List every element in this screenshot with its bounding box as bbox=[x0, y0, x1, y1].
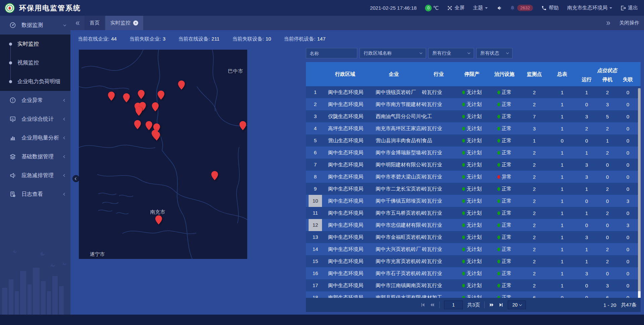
cell-row-number: 16 bbox=[306, 267, 325, 279]
table-row[interactable]: 6阆中生态环境局阆中市金博瑞新型墙材砖瓦行业无计划正常21120 bbox=[306, 147, 641, 159]
industry-filter-select[interactable]: 所有行业 bbox=[428, 48, 474, 58]
next-page-button[interactable] bbox=[489, 303, 494, 307]
tabs-scroll-right-icon[interactable] bbox=[606, 20, 611, 26]
cell-industry: 砖瓦行业 bbox=[422, 174, 455, 180]
table-row[interactable]: 14阆中生态环境局阆中大兴页岩机砖厂砖瓦行业无计划正常21120 bbox=[306, 243, 641, 255]
bullet-dot-icon bbox=[9, 43, 12, 46]
chevron-down-icon bbox=[519, 303, 522, 306]
previous-page-button[interactable] bbox=[430, 303, 435, 307]
map-pin-icon[interactable] bbox=[158, 91, 164, 100]
sidebar-subitem[interactable]: 实时监控 bbox=[0, 35, 70, 53]
cell-industry: 建材加工 bbox=[422, 294, 455, 298]
table-scrollbar[interactable] bbox=[638, 88, 641, 312]
table-row[interactable]: 18南部生态环境局南部县双佳水泥有限公建材加工无计划正常60060 bbox=[306, 291, 641, 298]
map-pin-icon[interactable] bbox=[108, 92, 115, 101]
sidebar-item[interactable]: 企业异常 bbox=[0, 91, 70, 110]
cell-monitor-count: 2 bbox=[521, 150, 548, 156]
map-pin-icon[interactable] bbox=[239, 121, 246, 130]
tab-home[interactable]: 首页 bbox=[85, 16, 105, 30]
scrollbar-thumb[interactable] bbox=[638, 88, 641, 291]
cell-lost-count: 0 bbox=[618, 271, 638, 276]
cell-industry: 砖瓦行业 bbox=[422, 162, 455, 168]
theme-dropdown[interactable]: 主题 bbox=[473, 5, 488, 11]
log-icon bbox=[9, 191, 16, 198]
pager-divider bbox=[439, 302, 440, 308]
map-pin-icon[interactable] bbox=[155, 215, 162, 224]
map-pin-icon[interactable] bbox=[138, 90, 145, 99]
cell-facility-status: 异常 bbox=[488, 174, 521, 180]
page-number-input[interactable] bbox=[444, 301, 463, 309]
map-pin-icon[interactable] bbox=[153, 131, 160, 141]
chevron-left-icon bbox=[63, 155, 66, 158]
cell-run-count: 0 bbox=[576, 138, 597, 144]
sidebar-item[interactable]: 基础数据管理 bbox=[0, 147, 70, 166]
cell-row-number: 14 bbox=[306, 243, 325, 255]
cell-limit-status: 无计划 bbox=[455, 89, 488, 96]
cell-run-count: 1 bbox=[576, 210, 597, 216]
close-operations-button[interactable]: 关闭操作 bbox=[619, 20, 639, 26]
map-pin-icon[interactable] bbox=[211, 171, 218, 180]
cell-limit-status-label: 无计划 bbox=[467, 294, 482, 298]
row-number-badge: 12 bbox=[309, 219, 322, 231]
cell-company: 阆中市金福旺页岩机砖 bbox=[366, 234, 422, 240]
map-pin-icon[interactable] bbox=[123, 93, 130, 102]
table-row[interactable]: 2阆中生态环境局阆中市南方节能建材有砖瓦行业无计划正常21030 bbox=[306, 98, 641, 110]
map[interactable]: 巴中市南充市遂宁市 bbox=[79, 50, 247, 259]
notification-badge: 2632 bbox=[517, 5, 533, 11]
table-row[interactable]: 16阆中生态环境局阆中市石子页岩机砖厂砖瓦行业无计划正常21300 bbox=[306, 267, 641, 279]
sidebar-item[interactable]: 企业综合统计 bbox=[0, 110, 70, 128]
map-pin-icon[interactable] bbox=[152, 102, 159, 111]
fullscreen-button[interactable]: 全屏 bbox=[447, 5, 465, 11]
table-row[interactable]: 9阆中生态环境局阆中市二龙长宝页岩砖砖瓦行业无计划正常21120 bbox=[306, 183, 641, 195]
table-row[interactable]: 5营山生态环境局营山县润丰肉食品有限食品无计划正常10010 bbox=[306, 134, 641, 147]
sidebar-item[interactable]: 企业用电量分析 bbox=[0, 128, 70, 147]
table-row[interactable]: 8阆中生态环境局阆中市枣碧大梁山页岩砖瓦行业无计划异常21300 bbox=[306, 171, 641, 183]
cell-facility-status: 正常 bbox=[488, 234, 521, 240]
tab-realtime-monitor[interactable]: 实时监控 × bbox=[105, 16, 143, 30]
map-pin-icon[interactable] bbox=[134, 120, 141, 129]
first-page-button[interactable] bbox=[421, 303, 425, 307]
close-tab-icon[interactable]: × bbox=[133, 20, 138, 25]
map-pin-icon[interactable] bbox=[178, 80, 185, 90]
stat-item: 当前在线设备:211 bbox=[178, 36, 219, 42]
row-number-badge: 18 bbox=[309, 291, 322, 298]
map-pin-icon[interactable] bbox=[146, 121, 152, 130]
status-filter-select[interactable]: 所有状态 bbox=[476, 48, 513, 58]
org-dropdown[interactable]: 南充市生态环境局 bbox=[567, 5, 612, 11]
tabs-scroll-left-icon[interactable] bbox=[70, 16, 85, 30]
sidebar-item[interactable]: 数据监测 bbox=[0, 16, 70, 35]
table-row[interactable]: 13阆中生态环境局阆中市金福旺页岩机砖砖瓦行业无计划正常21300 bbox=[306, 231, 641, 243]
table-row[interactable]: 4高坪生态环境局南充市高坪区王家店建砖瓦行业无计划正常31220 bbox=[306, 122, 641, 134]
cell-run-count: 1 bbox=[576, 247, 597, 252]
sidebar-item[interactable]: 应急减排管理 bbox=[0, 166, 70, 185]
table-row[interactable]: 12阆中生态环境局阆中市忠信建材有限公砖瓦行业无计划正常21003 bbox=[306, 219, 641, 231]
region-filter-select[interactable]: 行政区域名称 bbox=[360, 48, 426, 58]
cell-industry: 砖瓦行业 bbox=[422, 101, 455, 108]
table-row[interactable]: 7阆中生态环境局阆中明阳建材有限公司砖瓦行业无计划正常21300 bbox=[306, 159, 641, 171]
table-row[interactable]: 11阆中生态环境局阆中市五马桥页岩机砖砖瓦行业无计划正常21120 bbox=[306, 207, 641, 219]
notifications[interactable]: 2632 bbox=[510, 5, 533, 11]
speaker-icon[interactable] bbox=[496, 5, 501, 11]
table-row[interactable]: 17阆中生态环境局阆中市江南镇阆南页岩砖瓦行业无计划正常21030 bbox=[306, 279, 641, 291]
cell-limit-status-label: 无计划 bbox=[467, 138, 482, 144]
page-size-select[interactable]: 20 bbox=[508, 301, 526, 309]
cell-facility-status: 正常 bbox=[488, 113, 521, 120]
map-pin-icon[interactable] bbox=[136, 107, 142, 116]
table-row[interactable]: 15阆中生态环境局阆中市光富页岩机砖厂砖瓦行业无计划正常21120 bbox=[306, 255, 641, 267]
logout-button[interactable]: 退出 bbox=[621, 5, 638, 11]
sidebar-subitem[interactable]: 视频监控 bbox=[0, 53, 70, 72]
table-row[interactable]: 10阆中生态环境局阆中千佛镇五郎垭页岩砖瓦行业无计划正常21003 bbox=[306, 195, 641, 207]
sidebar-submenu: 实时监控视频监控企业电力负荷明细 bbox=[0, 35, 70, 91]
cell-stop-count: 3 bbox=[597, 283, 618, 288]
last-page-button[interactable] bbox=[499, 303, 503, 307]
cell-limit-status-label: 无计划 bbox=[467, 150, 482, 156]
sidebar-item[interactable]: 日志查看 bbox=[0, 185, 70, 204]
cell-facility-status: 正常 bbox=[488, 270, 521, 277]
help-button[interactable]: 帮助 bbox=[541, 5, 559, 11]
table-row[interactable]: 3仪陇生态环境局西南油气田分公司川中化工无计划正常71350 bbox=[306, 110, 641, 122]
status-dot-icon bbox=[497, 211, 500, 215]
sidebar-subitem[interactable]: 企业电力负荷明细 bbox=[0, 72, 70, 91]
table-row[interactable]: 1阆中生态环境局阆中强锐页岩砖厂砖瓦行业无计划正常21120 bbox=[306, 86, 641, 98]
name-filter-input[interactable] bbox=[306, 48, 357, 58]
collapse-sidebar-button[interactable] bbox=[72, 175, 79, 182]
